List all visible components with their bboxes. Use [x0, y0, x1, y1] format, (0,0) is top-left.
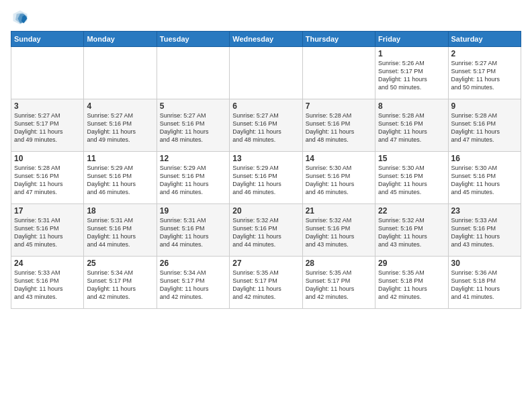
day-number: 23 [451, 206, 518, 216]
day-number: 21 [306, 206, 372, 216]
day-info: Sunrise: 5:26 AM Sunset: 5:17 PM Dayligh… [378, 59, 445, 92]
day-info: Sunrise: 5:28 AM Sunset: 5:16 PM Dayligh… [306, 111, 372, 144]
calendar-cell: 14Sunrise: 5:30 AM Sunset: 5:16 PM Dayli… [302, 152, 375, 204]
calendar-cell: 25Sunrise: 5:34 AM Sunset: 5:17 PM Dayli… [84, 257, 157, 309]
header-row: SundayMondayTuesdayWednesdayThursdayFrid… [11, 32, 521, 47]
calendar-week-row: 17Sunrise: 5:31 AM Sunset: 5:16 PM Dayli… [11, 204, 521, 257]
calendar-cell: 10Sunrise: 5:28 AM Sunset: 5:16 PM Dayli… [11, 152, 84, 204]
day-info: Sunrise: 5:27 AM Sunset: 5:16 PM Dayligh… [87, 111, 153, 144]
calendar-table: SundayMondayTuesdayWednesdayThursdayFrid… [11, 31, 521, 309]
day-number: 22 [378, 206, 445, 216]
day-number: 30 [451, 259, 518, 268]
calendar-week-row: 1Sunrise: 5:26 AM Sunset: 5:17 PM Daylig… [11, 47, 521, 99]
day-number: 26 [160, 259, 226, 268]
calendar-cell: 21Sunrise: 5:32 AM Sunset: 5:16 PM Dayli… [302, 204, 375, 257]
calendar-cell: 3Sunrise: 5:27 AM Sunset: 5:17 PM Daylig… [11, 99, 84, 152]
calendar-cell [157, 47, 229, 99]
calendar-cell: 7Sunrise: 5:28 AM Sunset: 5:16 PM Daylig… [302, 99, 375, 152]
day-number: 11 [87, 154, 153, 163]
weekday-header: Tuesday [157, 32, 229, 47]
logo-icon [11, 8, 30, 27]
weekday-header: Wednesday [230, 32, 302, 47]
calendar-cell: 5Sunrise: 5:27 AM Sunset: 5:16 PM Daylig… [157, 99, 229, 152]
day-number: 2 [451, 49, 518, 58]
day-number: 6 [232, 101, 299, 111]
day-number: 7 [306, 101, 372, 111]
calendar-cell: 16Sunrise: 5:30 AM Sunset: 5:16 PM Dayli… [448, 152, 521, 204]
calendar-cell [230, 47, 302, 99]
day-info: Sunrise: 5:36 AM Sunset: 5:18 PM Dayligh… [451, 269, 518, 302]
day-number: 12 [160, 154, 226, 163]
day-info: Sunrise: 5:31 AM Sunset: 5:16 PM Dayligh… [87, 216, 153, 249]
calendar-cell: 15Sunrise: 5:30 AM Sunset: 5:16 PM Dayli… [375, 152, 448, 204]
day-info: Sunrise: 5:32 AM Sunset: 5:16 PM Dayligh… [232, 216, 299, 249]
day-number: 24 [14, 259, 81, 268]
calendar-cell [302, 47, 375, 99]
day-number: 20 [232, 206, 299, 216]
day-info: Sunrise: 5:27 AM Sunset: 5:16 PM Dayligh… [232, 111, 299, 144]
calendar-cell: 20Sunrise: 5:32 AM Sunset: 5:16 PM Dayli… [230, 204, 302, 257]
day-number: 19 [160, 206, 226, 216]
calendar-cell: 9Sunrise: 5:28 AM Sunset: 5:16 PM Daylig… [448, 99, 521, 152]
calendar-cell: 2Sunrise: 5:27 AM Sunset: 5:17 PM Daylig… [448, 47, 521, 99]
calendar-cell: 26Sunrise: 5:34 AM Sunset: 5:17 PM Dayli… [157, 257, 229, 309]
day-number: 8 [378, 101, 445, 111]
day-number: 10 [14, 154, 81, 163]
day-info: Sunrise: 5:32 AM Sunset: 5:16 PM Dayligh… [306, 216, 372, 249]
day-number: 28 [306, 259, 372, 268]
calendar-cell: 28Sunrise: 5:35 AM Sunset: 5:17 PM Dayli… [302, 257, 375, 309]
day-number: 14 [306, 154, 372, 163]
calendar-cell: 13Sunrise: 5:29 AM Sunset: 5:16 PM Dayli… [230, 152, 302, 204]
day-info: Sunrise: 5:33 AM Sunset: 5:16 PM Dayligh… [451, 216, 518, 249]
day-info: Sunrise: 5:27 AM Sunset: 5:16 PM Dayligh… [160, 111, 226, 144]
calendar-cell: 17Sunrise: 5:31 AM Sunset: 5:16 PM Dayli… [11, 204, 84, 257]
calendar-cell: 29Sunrise: 5:35 AM Sunset: 5:18 PM Dayli… [375, 257, 448, 309]
calendar-cell: 19Sunrise: 5:31 AM Sunset: 5:16 PM Dayli… [157, 204, 229, 257]
day-info: Sunrise: 5:35 AM Sunset: 5:17 PM Dayligh… [306, 269, 372, 302]
calendar-cell: 23Sunrise: 5:33 AM Sunset: 5:16 PM Dayli… [448, 204, 521, 257]
day-number: 1 [378, 49, 445, 58]
day-number: 27 [232, 259, 299, 268]
calendar-week-row: 10Sunrise: 5:28 AM Sunset: 5:16 PM Dayli… [11, 152, 521, 204]
header [11, 8, 521, 27]
day-number: 5 [160, 101, 226, 111]
day-info: Sunrise: 5:29 AM Sunset: 5:16 PM Dayligh… [232, 164, 299, 197]
calendar-cell [84, 47, 157, 99]
day-info: Sunrise: 5:29 AM Sunset: 5:16 PM Dayligh… [87, 164, 153, 197]
weekday-header: Thursday [302, 32, 375, 47]
day-info: Sunrise: 5:30 AM Sunset: 5:16 PM Dayligh… [378, 164, 445, 197]
weekday-header: Sunday [11, 32, 84, 47]
calendar-cell: 12Sunrise: 5:29 AM Sunset: 5:16 PM Dayli… [157, 152, 229, 204]
calendar-cell: 11Sunrise: 5:29 AM Sunset: 5:16 PM Dayli… [84, 152, 157, 204]
day-number: 16 [451, 154, 518, 163]
calendar-cell: 24Sunrise: 5:33 AM Sunset: 5:16 PM Dayli… [11, 257, 84, 309]
day-info: Sunrise: 5:35 AM Sunset: 5:18 PM Dayligh… [378, 269, 445, 302]
day-number: 9 [451, 101, 518, 111]
day-info: Sunrise: 5:28 AM Sunset: 5:16 PM Dayligh… [378, 111, 445, 144]
day-info: Sunrise: 5:34 AM Sunset: 5:17 PM Dayligh… [160, 269, 226, 302]
day-number: 4 [87, 101, 153, 111]
day-info: Sunrise: 5:32 AM Sunset: 5:16 PM Dayligh… [378, 216, 445, 249]
calendar-week-row: 3Sunrise: 5:27 AM Sunset: 5:17 PM Daylig… [11, 99, 521, 152]
calendar-week-row: 24Sunrise: 5:33 AM Sunset: 5:16 PM Dayli… [11, 257, 521, 309]
weekday-header: Saturday [448, 32, 521, 47]
weekday-header: Friday [375, 32, 448, 47]
day-info: Sunrise: 5:31 AM Sunset: 5:16 PM Dayligh… [160, 216, 226, 249]
day-number: 29 [378, 259, 445, 268]
calendar-cell: 30Sunrise: 5:36 AM Sunset: 5:18 PM Dayli… [448, 257, 521, 309]
day-number: 18 [87, 206, 153, 216]
day-info: Sunrise: 5:30 AM Sunset: 5:16 PM Dayligh… [306, 164, 372, 197]
weekday-header: Monday [84, 32, 157, 47]
day-number: 15 [378, 154, 445, 163]
page: SundayMondayTuesdayWednesdayThursdayFrid… [0, 0, 532, 411]
day-number: 13 [232, 154, 299, 163]
day-info: Sunrise: 5:33 AM Sunset: 5:16 PM Dayligh… [14, 269, 81, 302]
day-info: Sunrise: 5:35 AM Sunset: 5:17 PM Dayligh… [232, 269, 299, 302]
day-number: 25 [87, 259, 153, 268]
day-info: Sunrise: 5:28 AM Sunset: 5:16 PM Dayligh… [451, 111, 518, 144]
logo [11, 8, 32, 27]
day-number: 17 [14, 206, 81, 216]
day-info: Sunrise: 5:28 AM Sunset: 5:16 PM Dayligh… [14, 164, 81, 197]
calendar-cell: 18Sunrise: 5:31 AM Sunset: 5:16 PM Dayli… [84, 204, 157, 257]
day-info: Sunrise: 5:30 AM Sunset: 5:16 PM Dayligh… [451, 164, 518, 197]
